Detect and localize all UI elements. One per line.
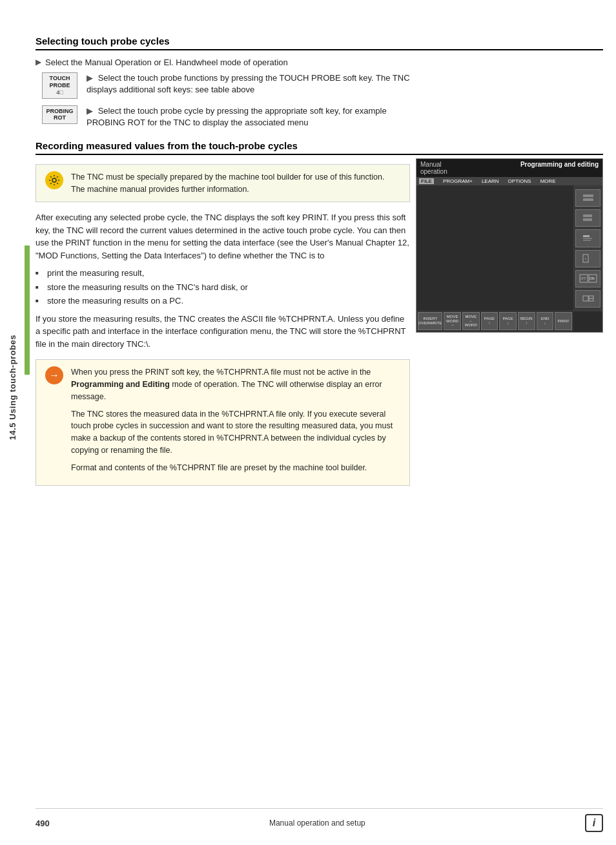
screen-header: Manual operation Programming and editing xyxy=(416,159,602,177)
svg-text:0FF: 0FF xyxy=(580,276,586,280)
footer-page-number: 490 xyxy=(36,819,50,828)
softkey-5[interactable]: 0FFON xyxy=(575,270,601,287)
screen-bottom-buttons: INSERT OVERWRITE MOVE WORD → MOVE ← WORD… xyxy=(416,310,573,332)
notice-para-1: When you press the PRINT soft key, the %… xyxy=(71,366,400,402)
key-row-2: PROBING ROT ▶ Select the touch probe cyc… xyxy=(42,105,410,129)
green-accent-bar xyxy=(25,245,30,375)
svg-point-0 xyxy=(52,178,56,182)
bullet-item-3: store the measuring results on a PC. xyxy=(36,295,410,308)
body-para-2: If you store the measuring results, the … xyxy=(36,313,410,351)
screen-header-right: Programming and editing xyxy=(520,161,599,175)
svg-rect-3 xyxy=(583,214,592,217)
btn-page-up[interactable]: PAGE ↑ xyxy=(481,312,498,330)
screen-softkeys: + 0FFON xyxy=(573,185,602,311)
softkey-1[interactable] xyxy=(575,189,601,207)
touch-probe-key: TOUCH PROBE 4□ xyxy=(42,72,77,98)
bullet-list: print the measuring result, store the me… xyxy=(36,267,410,308)
menu-file: FILE xyxy=(419,178,434,184)
softkey-2[interactable] xyxy=(575,209,601,227)
softkey-4[interactable]: + xyxy=(575,250,601,267)
btn-move-word-right[interactable]: MOVE WORD → xyxy=(444,312,461,330)
screen-image: Manual operation Programming and editing… xyxy=(416,158,603,333)
section2-heading: Recording measured values from the touch… xyxy=(36,140,603,155)
softkey-6[interactable] xyxy=(575,290,601,308)
notice-text: When you press the PRINT soft key, the %… xyxy=(71,366,400,479)
menu-learn: LEARN xyxy=(482,178,499,184)
btn-print[interactable]: PRINT xyxy=(555,312,572,330)
bullet-item-1: print the measuring result, xyxy=(36,267,410,280)
notice-para-2: The TNC stores the measured data in the … xyxy=(71,408,400,457)
step1-item: ▶ Select the Manual Operation or El. Han… xyxy=(36,57,410,68)
page-footer: 490 Manual operation and setup i xyxy=(36,808,603,832)
svg-rect-14 xyxy=(583,296,588,301)
step1-arrow: ▶ xyxy=(36,57,41,67)
svg-rect-1 xyxy=(583,194,593,197)
svg-text:ON: ON xyxy=(590,276,595,280)
btn-insert-overwrite[interactable]: INSERT OVERWRITE xyxy=(418,312,442,330)
body-para-1: After executing any selected probe cycle… xyxy=(36,211,410,262)
btn-begin[interactable]: BEGIN ↑ xyxy=(518,312,535,330)
note-box: The TNC must be specially prepared by th… xyxy=(36,164,410,203)
main-content: Selecting touch probe cycles ▶ Select th… xyxy=(36,36,603,806)
note-text: The TNC must be specially prepared by th… xyxy=(71,171,400,196)
menu-options: OPTIONS xyxy=(508,178,531,184)
menu-more: MORE xyxy=(540,178,556,184)
svg-rect-2 xyxy=(583,198,593,201)
svg-text:+: + xyxy=(584,256,587,260)
notice-box: → When you press the PRINT soft key, the… xyxy=(36,359,410,486)
sidebar-label: 14.5 Using touch-probes xyxy=(0,0,25,775)
footer-right-text: Manual operation and setup xyxy=(269,819,365,828)
btn-end[interactable]: END ↓ xyxy=(537,312,554,330)
section1-heading: Selecting touch probe cycles xyxy=(36,36,603,50)
menu-program: PROGRAM+ xyxy=(443,178,473,184)
screen-menubar: FILE PROGRAM+ LEARN OPTIONS MORE xyxy=(416,177,602,185)
btn-move-word-left[interactable]: MOVE ← WORD xyxy=(462,312,480,330)
note-icon xyxy=(45,171,63,189)
key1-description: ▶ Select the touch probe functions by pr… xyxy=(87,72,410,96)
notice-para-3: Format and contents of the %TCHPRNT file… xyxy=(71,462,400,474)
key2-description: ▶ Select the touch probe cycle by pressi… xyxy=(87,105,410,129)
step1-text: Select the Manual Operation or El. Handw… xyxy=(45,57,410,68)
info-icon: i xyxy=(585,814,603,832)
bullet-item-2: store the measuring results on the TNC's… xyxy=(36,281,410,294)
notice-icon: → xyxy=(45,366,63,384)
screen-mode-label: Manual operation xyxy=(420,161,447,175)
btn-page-down[interactable]: PAGE ↓ xyxy=(499,312,517,330)
key-row-1: TOUCH PROBE 4□ ▶ Select the touch probe … xyxy=(42,72,410,98)
softkey-3[interactable] xyxy=(575,229,601,247)
svg-rect-5 xyxy=(583,235,590,237)
svg-rect-4 xyxy=(583,218,592,221)
probing-rot-key: PROBING ROT xyxy=(42,105,77,125)
